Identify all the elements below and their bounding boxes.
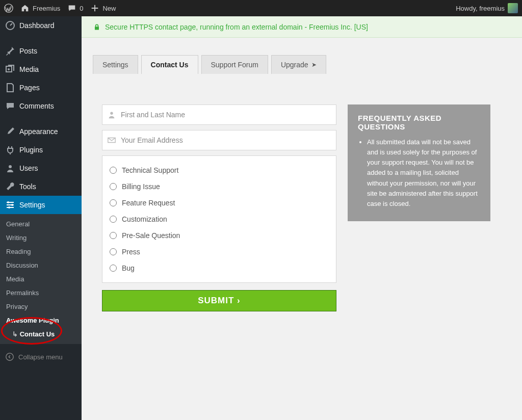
svg-point-8 — [110, 112, 113, 115]
secure-text: Secure HTTPS contact page, running from … — [105, 23, 368, 31]
menu-label: Settings — [19, 201, 45, 209]
option-bug[interactable]: Bug — [110, 260, 329, 276]
collapse-menu[interactable]: Collapse menu — [0, 348, 82, 365]
svg-point-2 — [8, 68, 10, 70]
menu-label: Dashboard — [19, 21, 55, 30]
brush-icon — [5, 126, 15, 137]
menu-plugins[interactable]: Plugins — [0, 141, 82, 159]
plug-icon — [5, 145, 15, 155]
menu-label: Posts — [19, 47, 37, 55]
menu-label: Pages — [19, 84, 40, 92]
collapse-label: Collapse menu — [18, 353, 63, 361]
menu-settings[interactable]: Settings — [0, 196, 82, 214]
option-technical-support[interactable]: Technical Support — [110, 162, 329, 178]
option-billing-issue[interactable]: Billing Issue — [110, 178, 329, 195]
menu-users[interactable]: Users — [0, 159, 82, 177]
submenu-general[interactable]: General — [0, 217, 82, 231]
submenu-contact-us[interactable]: ↳ Contact Us — [0, 327, 82, 341]
mail-icon — [107, 136, 116, 145]
menu-media[interactable]: Media — [0, 60, 82, 78]
tab-settings[interactable]: Settings — [93, 55, 138, 74]
page-icon — [5, 83, 15, 93]
svg-point-7 — [6, 353, 13, 360]
menu-pages[interactable]: Pages — [0, 78, 82, 97]
user-icon — [5, 163, 15, 173]
comments-link[interactable]: 0 — [67, 4, 83, 13]
option-feature-request[interactable]: Feature Request — [110, 195, 329, 211]
contact-form: Technical Support Billing Issue Feature … — [102, 104, 336, 311]
main-content: Secure HTTPS contact page, running from … — [82, 16, 522, 420]
option-press[interactable]: Press — [110, 244, 329, 260]
email-input[interactable] — [102, 130, 336, 150]
menu-posts[interactable]: Posts — [0, 42, 82, 60]
menu-appearance[interactable]: Appearance — [0, 122, 82, 141]
submenu-permalinks[interactable]: Permalinks — [0, 286, 82, 300]
submenu-reading[interactable]: Reading — [0, 245, 82, 258]
secure-https-notice: Secure HTTPS contact page, running from … — [82, 16, 522, 38]
topic-options: Technical Support Billing Issue Feature … — [102, 155, 336, 283]
user-menu[interactable]: Howdy, freemius — [456, 3, 518, 13]
menu-label: Media — [19, 65, 39, 73]
tab-support-forum[interactable]: Support Forum — [201, 55, 268, 74]
comment-icon — [5, 101, 15, 111]
tab-contact-us[interactable]: Contact Us — [141, 55, 198, 74]
pin-icon — [5, 46, 15, 56]
menu-label: Tools — [19, 182, 36, 191]
tab-upgrade[interactable]: Upgrade➤ — [271, 55, 326, 74]
submenu-writing[interactable]: Writing — [0, 231, 82, 245]
svg-point-3 — [9, 165, 12, 168]
dashboard-icon — [5, 20, 15, 31]
svg-point-4 — [7, 201, 9, 203]
media-icon — [5, 64, 15, 74]
howdy-text: Howdy, freemius — [456, 5, 505, 12]
page-tabs: Settings Contact Us Support Forum Upgrad… — [93, 55, 522, 74]
wp-logo[interactable] — [4, 4, 13, 13]
svg-point-6 — [8, 206, 10, 208]
menu-dashboard[interactable]: Dashboard — [0, 16, 82, 35]
submenu-media[interactable]: Media — [0, 272, 82, 286]
menu-label: Plugins — [19, 146, 43, 154]
lock-icon — [93, 23, 101, 31]
option-pre-sale-question[interactable]: Pre-Sale Question — [110, 227, 329, 244]
collapse-icon — [5, 352, 14, 361]
sliders-icon — [5, 200, 15, 210]
new-label: New — [102, 5, 116, 12]
admin-bar: Freemius 0 New Howdy, freemius — [0, 0, 522, 16]
site-home-link[interactable]: Freemius — [20, 4, 60, 13]
submenu-privacy[interactable]: Privacy — [0, 300, 82, 313]
faq-item: All submitted data will not be saved and… — [367, 137, 480, 209]
menu-comments[interactable]: Comments — [0, 97, 82, 115]
svg-point-5 — [11, 204, 13, 206]
arrow-right-icon: ➤ — [311, 61, 317, 68]
settings-submenu: General Writing Reading Discussion Media… — [0, 214, 82, 344]
submenu-discussion[interactable]: Discussion — [0, 258, 82, 272]
new-content-link[interactable]: New — [90, 4, 116, 13]
site-name: Freemius — [33, 5, 60, 12]
faq-title: FREQUENTLY ASKED QUESTIONS — [358, 114, 480, 131]
submit-button[interactable]: SUBMIT › — [102, 290, 336, 311]
name-input[interactable] — [102, 104, 336, 125]
submenu-awesome-plugin[interactable]: Awesome Plugin — [0, 313, 82, 327]
faq-panel: FREQUENTLY ASKED QUESTIONS All submitted… — [348, 104, 490, 221]
comment-count: 0 — [80, 5, 83, 12]
menu-tools[interactable]: Tools — [0, 177, 82, 196]
menu-label: Users — [19, 164, 38, 172]
avatar — [508, 3, 518, 13]
menu-label: Appearance — [19, 127, 58, 136]
admin-sidebar: Dashboard Posts Media Pages Comments App… — [0, 16, 82, 420]
menu-label: Comments — [19, 102, 54, 110]
wrench-icon — [5, 181, 15, 192]
person-icon — [107, 110, 116, 119]
option-customization[interactable]: Customization — [110, 211, 329, 227]
